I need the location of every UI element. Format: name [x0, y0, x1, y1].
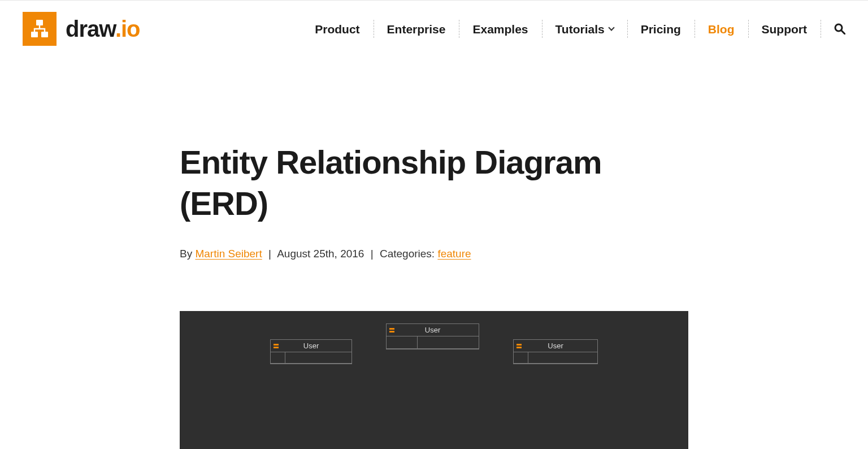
- erd-entity-title: User: [548, 342, 563, 350]
- erd-row: [271, 352, 351, 364]
- main-nav: Product Enterprise Examples Tutorials Pr…: [301, 21, 845, 37]
- entity-icon: [517, 344, 522, 348]
- site-header: draw.io Product Enterprise Examples Tuto…: [0, 1, 868, 57]
- erd-entity-title: User: [303, 342, 319, 350]
- nav-item-examples[interactable]: Examples: [459, 21, 541, 37]
- nav-item-product[interactable]: Product: [301, 21, 373, 37]
- nav-label: Product: [315, 23, 359, 35]
- svg-line-4: [841, 31, 845, 34]
- svg-rect-1: [31, 32, 38, 37]
- chevron-down-icon: [608, 24, 614, 31]
- nav-label: Pricing: [641, 23, 681, 35]
- nav-label: Support: [762, 23, 807, 35]
- page: draw.io Product Enterprise Examples Tuto…: [0, 0, 868, 449]
- nav-item-pricing[interactable]: Pricing: [627, 21, 695, 37]
- author-link[interactable]: Martin Seibert: [195, 248, 262, 260]
- brand-logo[interactable]: draw.io: [23, 12, 140, 46]
- article-title: Entity Relationship Diagram (ERD): [180, 142, 688, 224]
- article-figure: User User User: [180, 311, 688, 449]
- erd-entity-card: User: [270, 339, 352, 364]
- search-button[interactable]: [821, 21, 845, 37]
- brand-logo-text: draw.io: [66, 16, 140, 42]
- meta-date: August 25th, 2016: [277, 248, 364, 260]
- erd-row: [514, 352, 597, 364]
- entity-icon: [274, 344, 279, 348]
- meta-separator: |: [268, 248, 271, 260]
- article: Entity Relationship Diagram (ERD) By Mar…: [168, 142, 700, 449]
- meta-separator: |: [371, 248, 374, 260]
- erd-entity-header: User: [387, 324, 479, 336]
- search-icon: [834, 23, 845, 34]
- meta-by-label: By: [180, 248, 195, 260]
- nav-label: Enterprise: [387, 23, 446, 35]
- nav-item-support[interactable]: Support: [748, 21, 821, 37]
- article-meta: By Martin Seibert | August 25th, 2016 | …: [180, 248, 688, 260]
- nav-label: Tutorials: [555, 23, 605, 35]
- erd-entity-header: User: [271, 340, 351, 352]
- svg-rect-2: [41, 32, 48, 37]
- brand-logo-icon: [23, 12, 57, 46]
- erd-entity-card: User: [513, 339, 598, 364]
- erd-row: [387, 336, 479, 349]
- entity-icon: [389, 328, 394, 333]
- category-link[interactable]: feature: [437, 248, 471, 260]
- nav-item-blog[interactable]: Blog: [695, 21, 748, 37]
- svg-rect-0: [36, 20, 43, 25]
- erd-entity-card: User: [386, 323, 479, 349]
- nav-label: Examples: [472, 23, 528, 35]
- erd-entity-header: User: [514, 340, 597, 352]
- erd-entity-title: User: [425, 326, 440, 334]
- nav-item-tutorials[interactable]: Tutorials: [542, 21, 627, 37]
- nav-label: Blog: [708, 23, 735, 35]
- nav-item-enterprise[interactable]: Enterprise: [374, 21, 459, 37]
- meta-categories-label: Categories:: [380, 248, 437, 260]
